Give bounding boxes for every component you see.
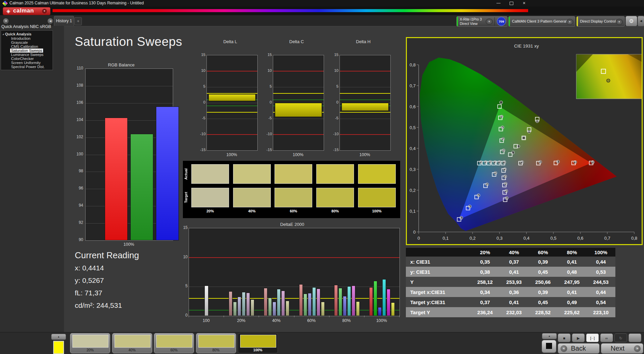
- table-cell: 250,66: [528, 279, 557, 285]
- sidebar-item-colorchecker[interactable]: ColorChecker: [11, 57, 34, 61]
- maximize-button[interactable]: [505, 0, 517, 6]
- workflow-tree: ◢Quick AnalysisIntroductionGrayscaleCMS …: [1, 30, 53, 70]
- tree-root-quick-analysis[interactable]: Quick Analysis: [5, 32, 31, 36]
- transport-expand-button[interactable]: ▲: [542, 333, 557, 339]
- limit-line: [207, 134, 257, 135]
- x-group-tick: [189, 316, 189, 317]
- table-cell: 0,41: [557, 289, 586, 295]
- sidebar-item-cms-calibration[interactable]: CMS Calibration: [11, 45, 38, 49]
- calman-menu-button[interactable]: ◈ calman ▼: [3, 7, 51, 15]
- y-tick-label: -15: [266, 148, 272, 152]
- y-tick-label: 5: [182, 284, 188, 288]
- y-tick-label: -10: [200, 132, 205, 136]
- x-category-label: 100%: [85, 242, 172, 247]
- y-tick-label: 100: [69, 152, 83, 156]
- deltae-bar: [233, 302, 237, 316]
- table-cell: 0,37: [471, 299, 500, 305]
- sidebar-item-introduction[interactable]: Introduction: [11, 36, 30, 40]
- target-swatch-100%: [358, 188, 396, 207]
- session-dot-button[interactable]: [3, 18, 9, 24]
- table-row: x: CIE310,350,370,390,410,44: [406, 257, 615, 267]
- pattern-button-60%[interactable]: 60%: [154, 333, 194, 353]
- table-cell: 0,36: [500, 289, 528, 295]
- deltae-bar: [272, 302, 276, 316]
- chevron-down-icon[interactable]: ▼: [486, 19, 493, 25]
- delta_h-title: Delta H: [334, 39, 393, 44]
- y-tick-label: 102: [69, 135, 83, 139]
- y-tick-label: 15: [200, 53, 205, 57]
- sidebar-item-screen-uniformity[interactable]: Screen Uniformity: [11, 61, 40, 65]
- pattern-button-100%[interactable]: 100%: [238, 333, 278, 353]
- right-panel-collapse-button[interactable]: ◀: [638, 16, 644, 26]
- sidebar-item-saturation-sweeps[interactable]: Saturation Sweeps: [10, 49, 43, 53]
- y-tick-label: 0: [182, 313, 188, 318]
- minimize-button[interactable]: —: [492, 0, 505, 6]
- table-cell: 0,53: [586, 269, 615, 275]
- pattern-label: 100%: [238, 348, 278, 352]
- pattern-panel-expand-button[interactable]: ▲: [51, 334, 66, 340]
- pattern-toolbar: ▲ 20%40%60%80%100% ▲ ■ ▶ [··] ∞ ↻ « Back…: [0, 332, 644, 354]
- target-swatch-80%: [316, 188, 354, 207]
- pattern-swatch: [72, 335, 108, 348]
- close-button[interactable]: ×: [518, 0, 530, 6]
- limit-line: [340, 99, 390, 100]
- deltae-bar: [308, 293, 312, 316]
- limit-line-yellow: [189, 298, 399, 299]
- deltae-bar: [246, 293, 250, 316]
- stop-button[interactable]: ■: [558, 333, 571, 342]
- current-reading-value: fL: 71,37: [75, 289, 139, 297]
- limit-line-green: [189, 310, 399, 311]
- svg-text:0,4: 0,4: [410, 146, 416, 151]
- cie-1931-chart[interactable]: CIE 1931 xy000,10,10,20,20,30,30,40,40,5…: [406, 37, 643, 245]
- y-tick-label: 98: [69, 169, 83, 173]
- refresh-button[interactable]: ↻: [614, 333, 627, 342]
- pattern-button-80%[interactable]: 80%: [196, 333, 236, 353]
- next-button[interactable]: Next »: [601, 343, 643, 354]
- back-button[interactable]: « Back: [558, 343, 600, 354]
- y-tick-label: 94: [69, 203, 83, 208]
- table-cell: 223,10: [586, 309, 615, 315]
- play-button[interactable]: ▶: [572, 333, 585, 342]
- x-group-label: 40%: [259, 318, 294, 323]
- tab-history-1[interactable]: History 1: [54, 16, 74, 26]
- display-control-dropdown[interactable]: Direct Display Control ▼: [576, 16, 625, 27]
- sidebar-item-spectral-power-dist-[interactable]: Spectral Power Dist.: [11, 65, 45, 69]
- table-cell: 228,52: [528, 309, 557, 315]
- deltae-bar: [382, 279, 386, 316]
- limit-line: [273, 99, 324, 100]
- chevron-down-icon[interactable]: ▼: [42, 9, 47, 13]
- window-square-icon: [546, 343, 552, 349]
- svg-text:0,7: 0,7: [410, 83, 416, 88]
- measure-button[interactable]: [··]: [586, 333, 599, 342]
- sidebar-item-grayscale[interactable]: Grayscale: [11, 40, 28, 45]
- pattern-label: 40%: [112, 348, 152, 352]
- blank-transport-button[interactable]: [629, 333, 641, 342]
- delta_h-bar: [342, 103, 389, 111]
- y-tick-label: 10: [182, 255, 188, 259]
- current-pattern-swatch[interactable]: [53, 341, 64, 354]
- pattern-window-mode-button[interactable]: [541, 340, 557, 353]
- pattern-generator-dropdown[interactable]: CalMAN Client 3 Pattern Generator ▼: [508, 16, 575, 27]
- x-group-tick: [294, 316, 294, 317]
- add-tab-button[interactable]: +: [74, 17, 82, 25]
- pattern-button-20%[interactable]: 20%: [70, 333, 110, 353]
- svg-text:0,5: 0,5: [550, 236, 556, 241]
- meter-status-stripe: [509, 17, 510, 26]
- actual-swatch-60%: [275, 164, 312, 184]
- pattern-button-40%[interactable]: 40%: [112, 333, 152, 353]
- deltae-bar: [277, 289, 281, 316]
- svg-text:0,8: 0,8: [631, 236, 637, 241]
- chevron-down-icon[interactable]: ▼: [616, 19, 623, 25]
- table-cell: 0,45: [528, 299, 557, 305]
- colorspace-709-badge[interactable]: 709: [497, 17, 506, 26]
- current-reading-heading: Current Reading: [75, 250, 139, 261]
- chevron-down-icon[interactable]: ▼: [566, 19, 573, 25]
- y-tick-label: 10: [200, 68, 205, 72]
- meter-device-dropdown[interactable]: X-Rite i1Pro 3 Direct View ▼ 709: [456, 16, 508, 27]
- settings-gear-button[interactable]: ⚙: [625, 16, 637, 26]
- sidebar-collapse-button[interactable]: ◀: [47, 18, 54, 24]
- limit-line: [207, 93, 257, 94]
- deltae-bar: [356, 301, 360, 316]
- continuous-loop-button[interactable]: ∞: [600, 333, 613, 342]
- sidebar-item-luminance-sweeps[interactable]: Luminance Sweeps: [11, 53, 43, 57]
